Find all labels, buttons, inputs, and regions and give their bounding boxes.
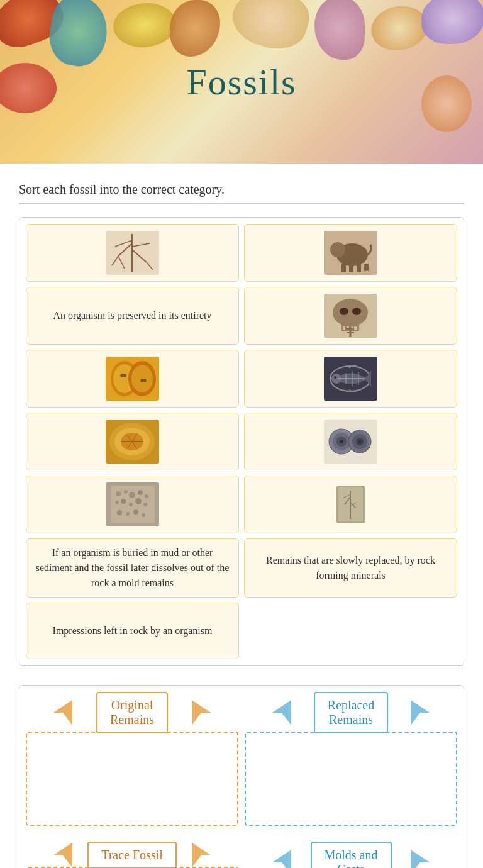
ribbon-arrow-left-icon	[272, 850, 291, 868]
ribbon-molds-casts: Molds andCasts	[288, 842, 414, 868]
shell-decoration	[421, 75, 472, 132]
ribbon-arrow-right-icon	[411, 700, 430, 725]
svg-point-73	[117, 510, 122, 515]
fossil-mammoth-image	[251, 231, 450, 275]
ribbon-arrow-left-icon	[53, 700, 72, 725]
molds-casts-label: Molds andCasts	[311, 842, 392, 868]
ribbon-replaced-remains: ReplacedRemains	[288, 692, 414, 733]
impressions-text: Impressions left in rock by an organism	[53, 623, 213, 638]
svg-point-34	[140, 379, 147, 382]
header-section: Fossils	[0, 0, 483, 164]
fossil-amber-leaf-image	[33, 420, 232, 464]
svg-point-63	[116, 491, 121, 496]
sort-cell-fish[interactable]	[244, 350, 457, 408]
original-remains-label: OriginalRemains	[96, 692, 168, 733]
sort-cell-empty	[244, 603, 457, 659]
sort-cell-roots[interactable]	[26, 224, 239, 282]
sort-cell-text-mold[interactable]: If an organism is buried in mud or other…	[26, 538, 239, 598]
instructions-text: Sort each fossil into the correct catego…	[19, 182, 464, 204]
svg-point-65	[129, 492, 135, 498]
svg-point-74	[126, 512, 130, 516]
svg-rect-14	[357, 264, 361, 272]
svg-point-68	[115, 501, 119, 504]
svg-point-38	[334, 376, 336, 379]
ribbon-arrow-left-icon	[272, 700, 291, 725]
svg-point-33	[120, 374, 126, 377]
svg-point-70	[129, 503, 133, 506]
fossil-small-rock-image	[251, 482, 450, 526]
svg-rect-13	[349, 264, 353, 272]
trace-fossil-label: Trace Fossil	[87, 842, 177, 868]
mold-text: If an organism is buried in mud or other…	[33, 545, 232, 591]
svg-point-71	[135, 498, 142, 504]
ribbon-arrow-right-icon	[192, 843, 211, 868]
category-trace-fossil: Trace Fossil	[26, 842, 238, 868]
svg-rect-15	[364, 264, 369, 271]
sort-cell-amber-leaf[interactable]	[26, 413, 239, 470]
drop-zone-replaced-remains[interactable]	[245, 732, 457, 826]
fossil-skull-image	[251, 294, 450, 338]
svg-point-60	[358, 440, 361, 443]
main-content: Sort each fossil into the correct catego…	[0, 164, 483, 868]
ribbon-arrow-right-icon	[192, 700, 211, 725]
sort-cell-text-replaced[interactable]: Remains that are slowly replaced, by roc…	[244, 538, 457, 598]
svg-point-69	[121, 499, 126, 504]
sort-cell-ammonite[interactable]	[244, 413, 457, 470]
category-original-remains: OriginalRemains	[26, 692, 238, 826]
svg-point-67	[145, 494, 148, 498]
ribbon-arrow-left-icon	[53, 843, 72, 868]
sort-cell-small-fossil[interactable]	[244, 476, 457, 533]
sort-cell-amber-insects[interactable]	[26, 350, 239, 408]
drop-zone-original-remains[interactable]	[26, 732, 238, 826]
svg-point-76	[142, 513, 145, 517]
svg-point-11	[330, 242, 345, 257]
fossil-roots-image	[33, 231, 232, 275]
svg-rect-12	[341, 264, 346, 272]
svg-point-66	[138, 490, 143, 495]
sort-container: An organism is preserved in its entirety	[19, 217, 464, 666]
svg-point-32	[131, 365, 153, 392]
sort-cell-text-impressions[interactable]: Impressions left in rock by an organism	[26, 603, 239, 659]
fossil-trace-rock-image	[33, 482, 232, 526]
svg-point-64	[124, 490, 128, 494]
categories-container: OriginalRemains ReplacedRemains Trace	[19, 685, 464, 868]
sort-cell-text-organism[interactable]: An organism is preserved in its entirety	[26, 287, 239, 345]
svg-point-17	[333, 299, 368, 326]
svg-point-18	[340, 308, 348, 315]
svg-point-56	[340, 440, 343, 443]
sort-cell-mammoth[interactable]	[244, 224, 457, 282]
organism-preserved-text: An organism is preserved in its entirety	[53, 308, 211, 323]
page-title: Fossils	[186, 61, 296, 103]
fossil-fish-image	[251, 357, 450, 401]
ribbon-trace-fossil: Trace Fossil	[69, 842, 195, 868]
fossil-amber-image	[33, 357, 232, 401]
svg-rect-21	[343, 326, 345, 330]
svg-rect-24	[354, 326, 357, 330]
category-molds-casts: Molds andCasts	[245, 842, 457, 868]
replaced-remains-label: ReplacedRemains	[314, 692, 388, 733]
sort-grid: An organism is preserved in its entirety	[26, 224, 457, 659]
svg-point-19	[352, 308, 361, 315]
category-replaced-remains: ReplacedRemains	[245, 692, 457, 826]
shell-decoration	[421, 0, 483, 44]
ribbon-original-remains: OriginalRemains	[69, 692, 195, 733]
sort-cell-trace-rock[interactable]	[26, 476, 239, 533]
sort-cell-skull[interactable]	[244, 287, 457, 345]
categories-grid: OriginalRemains ReplacedRemains Trace	[26, 692, 457, 868]
replaced-text: Remains that are slowly replaced, by roc…	[251, 553, 450, 583]
ribbon-arrow-right-icon	[411, 850, 430, 868]
svg-point-75	[133, 509, 138, 515]
fossil-ammonite-image	[251, 420, 450, 464]
svg-point-72	[143, 503, 147, 506]
